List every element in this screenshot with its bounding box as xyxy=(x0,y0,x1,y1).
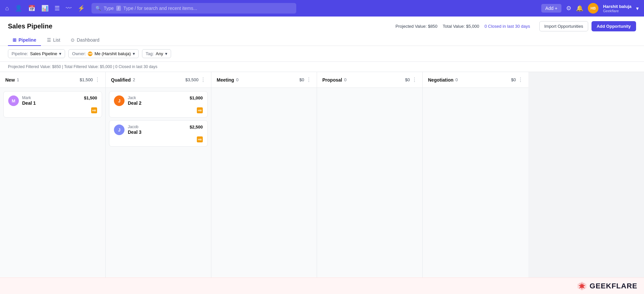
chart-bar-icon[interactable]: 📊 xyxy=(41,5,49,12)
col-menu-negotiation[interactable]: ⋮ xyxy=(518,77,523,83)
deal-footer-deal1: HB xyxy=(8,107,97,113)
bolt-icon[interactable]: ⚡ xyxy=(78,5,85,12)
list-icon[interactable]: ☰ xyxy=(54,5,60,12)
tag-filter-label: Tag: xyxy=(146,51,154,56)
hb-badge-deal3: HB xyxy=(197,136,203,142)
nav-icons: ⌂ 👤 📅 📊 ☰ 〰 ⚡ xyxy=(5,5,85,12)
settings-icon[interactable]: ⚙ xyxy=(566,5,571,12)
add-opportunity-button[interactable]: Add Opportunity xyxy=(591,21,636,31)
column-header-new: New 1 $1,500 ⋮ xyxy=(0,72,105,88)
tab-dashboard[interactable]: ⊙ Dashboard xyxy=(66,35,104,46)
col-title-proposal: Proposal xyxy=(322,77,342,83)
col-amount-meeting: $0 xyxy=(300,77,304,82)
import-button[interactable]: Import Opportunities xyxy=(539,21,588,31)
column-meeting: Meeting 0 $0 ⋮ xyxy=(211,72,317,280)
column-qualified: Qualified 2 $3,500 ⋮ J Jack Deal 2 $1,00… xyxy=(106,72,211,280)
search-text: Type xyxy=(104,6,114,11)
user-name: Harshit baluja xyxy=(603,4,631,9)
trend-icon[interactable]: 〰 xyxy=(66,5,72,12)
deal-top: J Jack Deal 2 $1,000 xyxy=(114,95,203,106)
header-actions: Import Opportunities Add Opportunity xyxy=(539,21,636,31)
deal-footer-deal3: HB xyxy=(114,136,203,142)
column-body-negotiation xyxy=(423,88,528,280)
home-icon[interactable]: ⌂ xyxy=(5,5,9,12)
deal-top: J Jacob Deal 3 $2,500 xyxy=(114,125,203,135)
pipeline-dropdown-icon: ▾ xyxy=(59,51,61,56)
col-menu-meeting[interactable]: ⋮ xyxy=(306,77,311,83)
pipeline-filter-value: Sales Pipeline xyxy=(30,51,57,56)
hb-badge-deal2: HB xyxy=(197,107,203,113)
deal-card-deal2[interactable]: J Jack Deal 2 $1,000 HB xyxy=(109,91,208,118)
col-title-qualified: Qualified xyxy=(111,77,131,83)
col-count-proposal: 0 xyxy=(344,77,346,82)
nav-right: Add + ⚙ 🔔 HB Harshit baluja Geekflare ▾ xyxy=(541,3,639,14)
column-proposal: Proposal 0 $0 ⋮ xyxy=(317,72,423,280)
geekflare-logo-icon xyxy=(577,281,587,291)
col-menu-proposal[interactable]: ⋮ xyxy=(412,77,417,83)
column-body-qualified: J Jack Deal 2 $1,000 HB J Jacob Deal 3 $… xyxy=(106,88,211,280)
col-menu-new[interactable]: ⋮ xyxy=(95,77,100,83)
deal-amount-deal2: $1,000 xyxy=(190,95,203,100)
col-amount-qualified: $3,500 xyxy=(185,77,198,82)
deal-amount-deal3: $2,500 xyxy=(190,125,203,129)
pipeline-board: New 1 $1,500 ⋮ M Mark Deal 1 $1,500 HB Q… xyxy=(0,72,644,280)
owner-dropdown-icon: ▾ xyxy=(133,51,135,56)
col-amount-proposal: $0 xyxy=(405,77,410,82)
search-icon: 🔍 xyxy=(95,6,101,11)
deal-footer-deal2: HB xyxy=(114,107,203,113)
deal-title-deal2: Deal 2 xyxy=(128,100,186,106)
deal-top: M Mark Deal 1 $1,500 xyxy=(8,95,97,106)
column-body-meeting xyxy=(211,88,317,280)
dashboard-tab-label: Dashboard xyxy=(77,37,99,43)
tabs: ⊞ Pipeline ☰ List ⊙ Dashboard xyxy=(8,35,636,46)
deal-person-deal1: Mark xyxy=(22,95,81,100)
page-header: Sales Pipeline Projected Value: $850 Tot… xyxy=(0,17,644,46)
tab-list[interactable]: ☰ List xyxy=(42,35,65,46)
pipeline-tab-label: Pipeline xyxy=(18,37,36,43)
summary-line: Projected Filtered Value: $850 | Total F… xyxy=(0,62,644,72)
deal-info-deal3: Jacob Deal 3 xyxy=(128,125,186,135)
page-title: Sales Pipeline xyxy=(8,22,53,30)
owner-filter-label: Owner: xyxy=(72,51,86,56)
pipeline-filter[interactable]: Pipeline: Sales Pipeline ▾ xyxy=(8,49,65,58)
closed-link[interactable]: 0 Closed in last 30 days xyxy=(484,24,530,29)
column-header-negotiation: Negotiation 0 $0 ⋮ xyxy=(423,72,528,88)
col-count-negotiation: 0 xyxy=(455,77,458,82)
deal-info-deal1: Mark Deal 1 xyxy=(22,95,81,106)
deal-title-deal3: Deal 3 xyxy=(128,129,186,135)
top-navigation: ⌂ 👤 📅 📊 ☰ 〰 ⚡ 🔍 Type / Type / for search… xyxy=(0,0,644,17)
column-negotiation: Negotiation 0 $0 ⋮ xyxy=(423,72,528,280)
deal-person-deal3: Jacob xyxy=(128,125,186,129)
calendar-icon[interactable]: 📅 xyxy=(28,5,35,12)
user-company: Geekflare xyxy=(603,9,631,13)
header-stats: Projected Value: $850 Total Value: $5,00… xyxy=(396,24,530,29)
deal-card-deal3[interactable]: J Jacob Deal 3 $2,500 HB xyxy=(109,120,208,147)
deal-person-deal2: Jack xyxy=(128,95,186,100)
user-dropdown-icon[interactable]: ▾ xyxy=(636,5,639,12)
add-button[interactable]: Add + xyxy=(541,4,561,13)
geekflare-name: GEEKFLARE xyxy=(590,282,637,290)
col-count-meeting: 0 xyxy=(236,77,238,82)
tab-pipeline[interactable]: ⊞ Pipeline xyxy=(8,35,41,46)
pipeline-filter-label: Pipeline: xyxy=(12,51,28,56)
deal-avatar-deal2: J xyxy=(114,95,125,106)
column-new: New 1 $1,500 ⋮ M Mark Deal 1 $1,500 HB xyxy=(0,72,106,280)
deal-avatar-deal3: J xyxy=(114,125,125,135)
deal-amount-deal1: $1,500 xyxy=(84,95,97,100)
list-tab-icon: ☰ xyxy=(47,37,51,43)
tag-dropdown-icon: ▾ xyxy=(165,51,167,56)
col-menu-qualified[interactable]: ⋮ xyxy=(200,77,206,83)
deal-card-deal1[interactable]: M Mark Deal 1 $1,500 HB xyxy=(3,91,102,118)
notifications-icon[interactable]: 🔔 xyxy=(576,5,583,12)
owner-filter[interactable]: Owner: HB Me (Harshit baluja) ▾ xyxy=(68,49,139,58)
summary-text: Projected Filtered Value: $850 | Total F… xyxy=(8,64,158,69)
deal-info-deal2: Jack Deal 2 xyxy=(128,95,186,106)
owner-filter-value: Me (Harshit baluja) xyxy=(94,51,131,56)
deal-title-deal1: Deal 1 xyxy=(22,100,81,106)
header-right: Projected Value: $850 Total Value: $5,00… xyxy=(396,21,636,31)
tag-filter[interactable]: Tag: Any ▾ xyxy=(142,49,171,58)
person-icon[interactable]: 👤 xyxy=(15,5,22,12)
user-avatar[interactable]: HB xyxy=(588,3,598,14)
column-header-meeting: Meeting 0 $0 ⋮ xyxy=(211,72,317,88)
search-bar[interactable]: 🔍 Type / Type / for search and recent it… xyxy=(91,3,296,14)
